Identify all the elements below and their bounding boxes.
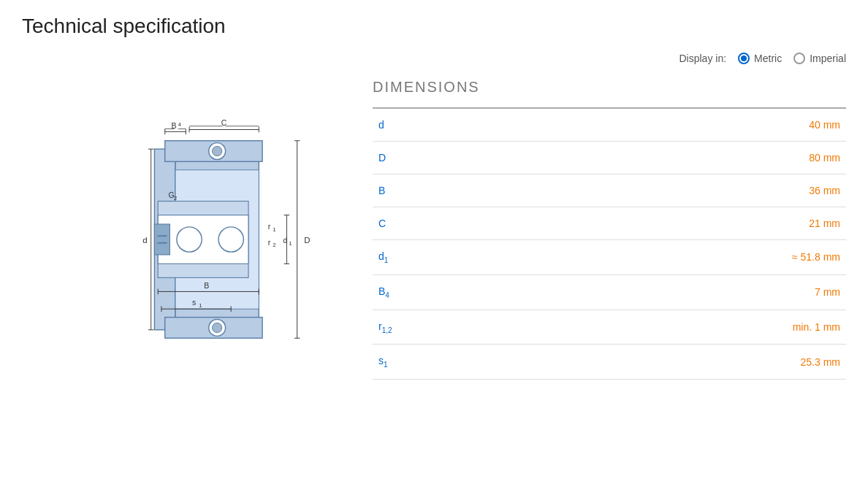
- table-row: d1≈ 51.8 mm: [373, 240, 846, 275]
- svg-text:1: 1: [199, 302, 202, 309]
- table-row: D80 mm: [373, 142, 846, 174]
- dim-label: C: [373, 207, 431, 240]
- svg-point-7: [212, 146, 221, 155]
- dim-value: 21 mm: [431, 207, 846, 240]
- svg-text:1: 1: [273, 226, 275, 233]
- display-toggle: Display in: Metric Imperial: [22, 53, 846, 64]
- dimensions-area: DIMENSIONS d40 mmD80 mmB36 mmC21 mmd1≈ 5…: [373, 79, 846, 380]
- svg-text:1: 1: [289, 240, 292, 247]
- svg-point-12: [177, 227, 202, 252]
- imperial-radio[interactable]: [793, 53, 805, 64]
- table-row: s125.3 mm: [373, 345, 846, 380]
- dim-label: d1: [373, 240, 431, 275]
- imperial-label: Imperial: [810, 53, 846, 64]
- metric-radio[interactable]: [738, 53, 750, 64]
- dim-label: d: [373, 108, 431, 142]
- svg-text:2: 2: [273, 242, 275, 248]
- svg-point-13: [218, 227, 243, 252]
- dim-label: B: [373, 174, 431, 207]
- dim-label: r1,2: [373, 310, 431, 345]
- table-row: r1,2min. 1 mm: [373, 310, 846, 345]
- bearing-diagram: B 4 C G 2 r 1 r 2 B d: [29, 93, 321, 385]
- svg-text:B: B: [172, 122, 177, 130]
- svg-rect-14: [154, 224, 170, 255]
- svg-text:r: r: [268, 239, 271, 247]
- dim-value: 25.3 mm: [431, 345, 846, 380]
- imperial-option[interactable]: Imperial: [793, 53, 846, 64]
- table-row: B36 mm: [373, 174, 846, 207]
- dim-value: 80 mm: [431, 142, 846, 174]
- dim-label: B4: [373, 274, 431, 310]
- table-row: C21 mm: [373, 207, 846, 240]
- svg-point-9: [212, 323, 221, 332]
- dim-value: 36 mm: [431, 174, 846, 207]
- dimensions-table: d40 mmD80 mmB36 mmC21 mmd1≈ 51.8 mmB47 m…: [373, 107, 846, 380]
- metric-label: Metric: [754, 53, 782, 64]
- display-label: Display in:: [679, 53, 726, 64]
- dim-value: 7 mm: [431, 274, 846, 310]
- dimensions-section-title: DIMENSIONS: [373, 79, 846, 96]
- svg-text:B: B: [204, 282, 209, 290]
- metric-radio-inner: [741, 55, 747, 61]
- dim-value: ≈ 51.8 mm: [431, 240, 846, 275]
- page-title: Technical specification: [22, 15, 846, 38]
- dim-label: s1: [373, 345, 431, 380]
- diagram-area: B 4 C G 2 r 1 r 2 B d: [22, 79, 329, 400]
- table-row: B47 mm: [373, 274, 846, 310]
- table-row: d40 mm: [373, 108, 846, 142]
- metric-option[interactable]: Metric: [738, 53, 782, 64]
- svg-text:s: s: [192, 299, 196, 307]
- svg-text:2: 2: [174, 195, 177, 201]
- svg-text:C: C: [221, 119, 227, 127]
- svg-text:d: d: [142, 236, 147, 245]
- dim-value: min. 1 mm: [431, 310, 846, 345]
- svg-text:D: D: [304, 236, 310, 245]
- main-content: B 4 C G 2 r 1 r 2 B d: [22, 79, 846, 400]
- dim-label: D: [373, 142, 431, 174]
- svg-text:r: r: [268, 223, 271, 231]
- dim-value: 40 mm: [431, 108, 846, 142]
